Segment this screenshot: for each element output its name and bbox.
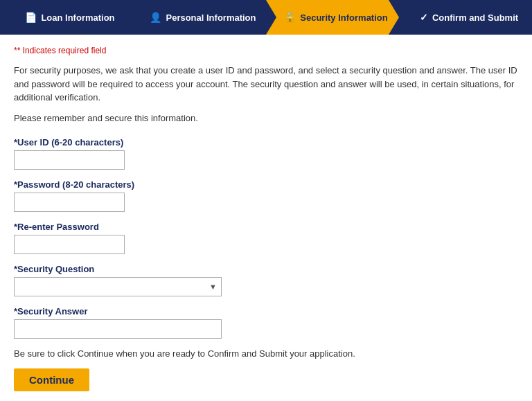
remember-note: Please remember and secure this informat… <box>14 113 518 123</box>
password-label: *Password (8-20 characters) <box>14 179 518 190</box>
step-personal-label: Personal Information <box>166 12 256 23</box>
progress-bar: 📄 Loan Information 👤 Personal Informatio… <box>0 0 532 35</box>
password-input[interactable] <box>14 193 125 212</box>
continue-button[interactable]: Continue <box>14 368 89 391</box>
loan-icon: 📄 <box>25 12 37 23</box>
step-confirm[interactable]: ✓ Confirm and Submit <box>399 0 532 35</box>
security-question-label: *Security Question <box>14 264 518 274</box>
footer-note: Be sure to click Continue when you are r… <box>14 348 518 359</box>
step-personal[interactable]: 👤 Personal Information <box>133 0 266 35</box>
security-answer-group: *Security Answer <box>14 306 518 339</box>
security-icon: 🔒 <box>284 12 296 23</box>
security-question-group: *Security Question What is your mother's… <box>14 264 518 296</box>
main-content: ** Indicates required field For security… <box>0 35 532 401</box>
userid-label: *User ID (6-20 characters) <box>14 137 518 148</box>
step-confirm-label: Confirm and Submit <box>432 12 518 23</box>
step-loan[interactable]: 📄 Loan Information <box>0 0 133 35</box>
description-text: For security purposes, we ask that you c… <box>14 64 518 105</box>
step-security-label: Security Information <box>300 12 387 23</box>
security-answer-label: *Security Answer <box>14 306 518 317</box>
security-question-select[interactable]: What is your mother's maiden name? What … <box>15 278 221 296</box>
step-security[interactable]: 🔒 Security Information <box>266 0 399 35</box>
reenter-password-input[interactable] <box>14 235 125 254</box>
userid-group: *User ID (6-20 characters) <box>14 137 518 170</box>
step-loan-label: Loan Information <box>41 12 114 23</box>
security-question-wrapper: What is your mother's maiden name? What … <box>14 277 222 296</box>
personal-icon: 👤 <box>150 12 161 23</box>
required-note: ** Indicates required field <box>14 46 518 55</box>
userid-input[interactable] <box>14 150 125 170</box>
reenter-password-group: *Re-enter Password <box>14 222 518 254</box>
security-answer-input[interactable] <box>14 319 222 339</box>
reenter-password-label: *Re-enter Password <box>14 222 518 232</box>
password-group: *Password (8-20 characters) <box>14 179 518 212</box>
confirm-icon: ✓ <box>420 12 428 23</box>
